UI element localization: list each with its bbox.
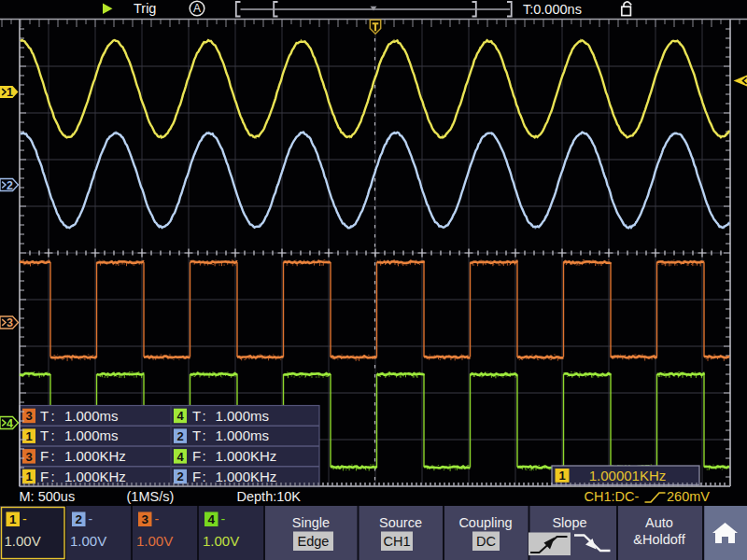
svg-text:Auto: Auto (645, 515, 673, 530)
svg-text::: : (51, 448, 55, 464)
svg-text:3: 3 (25, 409, 32, 423)
svg-text:1.000ms: 1.000ms (216, 408, 270, 424)
svg-text:T: T (192, 427, 201, 443)
svg-text:1.000KHz: 1.000KHz (216, 448, 277, 464)
svg-text:Slope: Slope (552, 515, 586, 530)
svg-text:F: F (40, 469, 49, 484)
svg-text::: : (203, 448, 206, 464)
svg-text:2: 2 (176, 429, 183, 443)
svg-text:DC: DC (476, 534, 496, 549)
svg-text:(1MS/s): (1MS/s) (127, 489, 175, 504)
svg-text:T: T (192, 408, 201, 424)
svg-text:2: 2 (176, 469, 183, 483)
svg-text::: : (203, 408, 206, 424)
svg-text:T: T (40, 408, 49, 424)
svg-text::: : (203, 469, 206, 484)
svg-text:1.00V: 1.00V (70, 533, 106, 549)
svg-text:-: - (155, 511, 160, 526)
svg-text:F: F (192, 448, 201, 464)
svg-text::: : (51, 427, 55, 443)
svg-text:1.00V: 1.00V (136, 533, 173, 549)
svg-text:M: 500us: M: 500us (20, 489, 76, 504)
svg-text:1.00001KHz: 1.00001KHz (589, 468, 667, 483)
svg-text:1.000KHz: 1.000KHz (64, 469, 126, 484)
svg-text:F: F (192, 469, 201, 484)
svg-text:2: 2 (7, 179, 13, 192)
svg-text:Source: Source (379, 515, 422, 530)
svg-text:-: - (89, 511, 93, 526)
svg-text:260mV: 260mV (667, 489, 710, 504)
svg-text:T: T (40, 427, 49, 443)
svg-text:1.000KHz: 1.000KHz (216, 469, 277, 484)
svg-text:Trig: Trig (134, 1, 156, 16)
svg-text:Coupling: Coupling (458, 515, 512, 530)
svg-text:CH1: CH1 (383, 534, 410, 549)
svg-text:1: 1 (9, 512, 17, 526)
svg-text:-: - (22, 511, 27, 526)
svg-text:T:0.000ns: T:0.000ns (523, 2, 582, 17)
svg-text:F: F (40, 448, 49, 464)
svg-text:3: 3 (141, 512, 148, 526)
svg-text:1.000KHz: 1.000KHz (64, 448, 126, 464)
svg-text:4: 4 (207, 512, 215, 526)
svg-text:2: 2 (75, 512, 82, 526)
svg-text:4: 4 (176, 450, 184, 464)
svg-text:-: - (221, 511, 226, 526)
svg-text::: : (51, 469, 55, 484)
svg-text:1.000ms: 1.000ms (64, 427, 119, 443)
svg-text:A: A (193, 2, 201, 15)
svg-text:CH1:DC-: CH1:DC- (585, 489, 640, 504)
svg-text:1.00V: 1.00V (5, 533, 41, 549)
svg-text::: : (203, 427, 206, 443)
svg-text:1: 1 (25, 429, 32, 443)
svg-text:1.00V: 1.00V (203, 533, 239, 549)
svg-text:1.000ms: 1.000ms (216, 427, 270, 443)
svg-text:Edge: Edge (298, 534, 330, 549)
svg-text:3: 3 (7, 316, 13, 329)
svg-text:&Holdoff: &Holdoff (633, 532, 685, 547)
svg-text:1: 1 (558, 469, 565, 483)
svg-text:4: 4 (176, 409, 184, 423)
svg-text:4: 4 (7, 417, 13, 430)
svg-text:1.000ms: 1.000ms (64, 408, 119, 424)
svg-text::: : (51, 408, 55, 424)
svg-text:Single: Single (292, 515, 330, 530)
svg-text:Depth:10K: Depth:10K (237, 489, 302, 504)
svg-text:1: 1 (7, 86, 13, 99)
svg-text:1: 1 (25, 469, 32, 483)
svg-text:3: 3 (25, 450, 32, 464)
